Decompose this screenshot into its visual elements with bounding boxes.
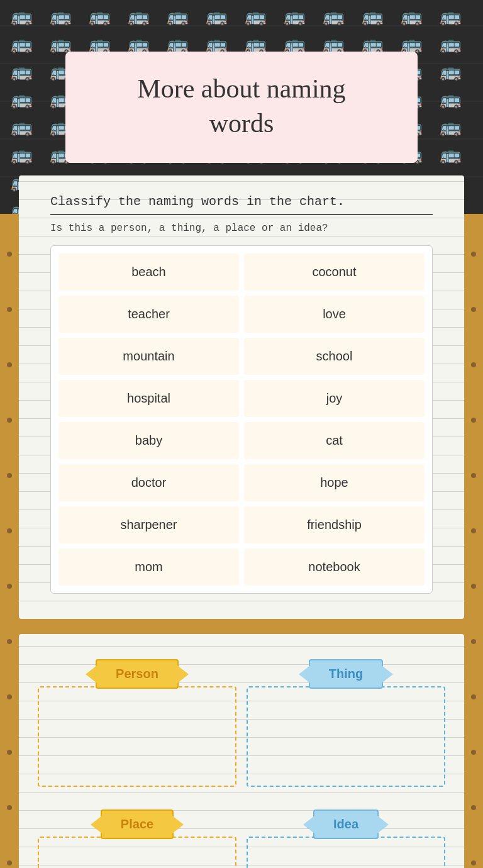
dot	[7, 528, 12, 533]
word-cell-right: cat	[244, 422, 425, 459]
bus-icon: 🚌	[119, 3, 157, 29]
dot	[7, 362, 12, 367]
idea-label: Idea	[313, 810, 379, 839]
word-cell-right: coconut	[244, 253, 425, 291]
word-cell-left: teacher	[58, 296, 239, 333]
dot	[471, 584, 476, 589]
bus-icon: 🚌	[392, 3, 430, 29]
bus-icon: 🚌	[3, 86, 40, 112]
dot	[471, 418, 476, 423]
dot	[471, 528, 476, 533]
left-decoration	[0, 214, 19, 868]
word-cell-left: baby	[58, 422, 239, 459]
category-grid: Person Thing Place Idea	[38, 647, 445, 868]
bus-icon: 🚌	[431, 3, 469, 29]
dot	[7, 307, 12, 312]
bus-icon: 🚌	[314, 3, 352, 29]
dot	[7, 860, 12, 865]
bus-icon: 🚌	[431, 58, 469, 84]
dot	[7, 252, 12, 257]
dot	[471, 473, 476, 478]
dot	[471, 805, 476, 810]
thing-banner: Thing	[247, 659, 445, 689]
bus-icon: 🚌	[3, 58, 40, 84]
thing-category: Thing	[247, 647, 445, 787]
word-grid: beachcoconutteacherlovemountainschoolhos…	[50, 245, 433, 594]
bus-icon: 🚌	[3, 141, 40, 167]
bus-icon: 🚌	[275, 3, 313, 29]
bus-icon: 🚌	[431, 30, 469, 57]
classify-instruction: Classify the naming words in the chart.	[50, 194, 433, 209]
place-banner: Place	[38, 810, 236, 839]
word-cell-left: hospital	[58, 380, 239, 417]
bus-icon: 🚌	[353, 3, 391, 29]
bus-icon: 🚌	[80, 3, 118, 29]
title-line2: words	[209, 109, 274, 138]
bus-icon: 🚌	[431, 113, 469, 140]
thing-label: Thing	[309, 659, 383, 689]
thing-content-box[interactable]	[247, 686, 445, 787]
word-cell-right: joy	[244, 380, 425, 417]
dot	[7, 418, 12, 423]
title-card: More about naming words	[65, 52, 418, 163]
person-banner: Person	[38, 659, 236, 689]
bus-icon: 🚌	[42, 3, 79, 29]
bus-icon: 🚌	[158, 3, 196, 29]
bus-icon: 🚌	[431, 141, 469, 167]
dot	[471, 307, 476, 312]
place-content-box[interactable]	[38, 837, 236, 868]
dot	[7, 805, 12, 810]
word-cell-left: beach	[58, 253, 239, 291]
place-category: Place	[38, 797, 236, 868]
bus-icon: 🚌	[3, 3, 40, 29]
word-cell-right: hope	[244, 464, 425, 501]
place-label: Place	[101, 810, 174, 839]
idea-banner: Idea	[247, 810, 445, 839]
person-category: Person	[38, 647, 236, 787]
bus-icon: 🚌	[431, 86, 469, 112]
dot	[471, 639, 476, 644]
word-cell-right: love	[244, 296, 425, 333]
person-content-box[interactable]	[38, 686, 236, 787]
main-content: Classify the naming words in the chart. …	[19, 175, 464, 619]
word-cell-left: mom	[58, 548, 239, 586]
word-cell-left: doctor	[58, 464, 239, 501]
dot	[7, 584, 12, 589]
classification-section: Person Thing Place Idea	[19, 634, 464, 868]
word-cell-right: school	[244, 338, 425, 375]
dot	[7, 694, 12, 699]
title-line1: More about naming	[137, 74, 345, 103]
word-cell-right: friendship	[244, 506, 425, 543]
bus-icon: 🚌	[3, 30, 40, 57]
dot	[7, 639, 12, 644]
word-cell-left: sharpener	[58, 506, 239, 543]
right-decoration	[464, 214, 483, 868]
dot	[471, 362, 476, 367]
idea-category: Idea	[247, 797, 445, 868]
dot	[471, 860, 476, 865]
dot	[471, 694, 476, 699]
word-cell-left: mountain	[58, 338, 239, 375]
word-cell-right: notebook	[244, 548, 425, 586]
person-label: Person	[96, 659, 179, 689]
divider	[50, 214, 433, 215]
page-title: More about naming words	[91, 72, 392, 140]
question-text: Is this a person, a thing, a place or an…	[50, 223, 433, 234]
idea-content-box[interactable]	[247, 837, 445, 868]
dot	[471, 750, 476, 755]
dot	[7, 473, 12, 478]
bus-icon: 🚌	[236, 3, 274, 29]
dot	[7, 750, 12, 755]
bus-icon: 🚌	[3, 113, 40, 140]
bus-icon: 🚌	[197, 3, 235, 29]
dot	[471, 252, 476, 257]
